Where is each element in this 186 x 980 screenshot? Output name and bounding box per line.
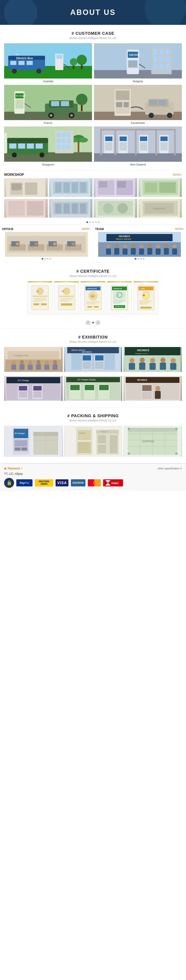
other-spec-label: other specification ≡ [158, 467, 182, 470]
cert-item-4: CERTIFICATE ✓ APPROVED [107, 281, 132, 314]
workshop-dot-4[interactable] [95, 221, 97, 223]
office-dot-4[interactable] [50, 258, 51, 260]
svg-text:Wrapped: Wrapped [79, 432, 85, 434]
team-image: HICONICS 智能启动·智能充放 [95, 232, 184, 257]
svg-point-9 [12, 69, 17, 74]
svg-rect-88 [62, 138, 66, 143]
workshop-dot-5[interactable] [98, 221, 99, 223]
payment-label: ◆ Payment » [4, 467, 22, 470]
svg-rect-251 [11, 364, 16, 370]
workshop-dot-2[interactable] [89, 221, 91, 223]
lock-icon: 🔒 [4, 478, 14, 488]
team-dot-3[interactable] [140, 258, 142, 260]
svg-rect-194 [34, 298, 47, 298]
exhibition-grid-1: Exhibition Hall 智能启动·智能充放 HICONICS [0, 345, 186, 376]
cert-prev-btn[interactable]: ‹ [85, 320, 90, 325]
team-dot-1[interactable] [135, 258, 136, 260]
svg-rect-94 [94, 153, 182, 162]
exhib-img-4: EV Charge [4, 376, 63, 401]
svg-rect-33 [153, 64, 158, 69]
svg-point-254 [28, 361, 32, 364]
svg-text:TUV: TUV [90, 295, 94, 297]
office-dot-3[interactable] [47, 258, 49, 260]
svg-rect-139 [63, 204, 69, 213]
workshop-img-5 [4, 199, 48, 218]
workshop-dot-1[interactable] [87, 221, 88, 223]
diamond-icon: ◆ [4, 467, 6, 470]
svg-rect-290 [6, 377, 60, 383]
team-dot-4[interactable] [143, 258, 145, 260]
svg-rect-187 [164, 248, 169, 255]
office-section: OFFICE MORE+ [0, 225, 93, 261]
svg-rect-219 [87, 304, 96, 304]
office-title: OFFICE [2, 227, 13, 231]
svg-rect-116 [11, 183, 22, 190]
svg-rect-12 [56, 55, 62, 59]
svg-rect-314 [142, 392, 152, 399]
svg-rect-115 [25, 182, 37, 195]
team-title: TEAM [95, 227, 104, 231]
packing-subtitle: Wuhan Hiconics Intelligent Electric Co.,… [0, 419, 186, 422]
svg-rect-131 [145, 182, 157, 193]
svg-rect-229 [113, 300, 126, 300]
svg-text:✓: ✓ [118, 294, 119, 296]
svg-rect-243 [139, 303, 149, 303]
cert-next-btn[interactable]: › [96, 320, 101, 325]
svg-rect-305 [85, 385, 94, 390]
svg-rect-303 [70, 385, 80, 390]
svg-point-286 [171, 358, 176, 363]
svg-rect-98 [115, 129, 116, 155]
svg-rect-108 [140, 137, 147, 141]
svg-rect-141 [80, 204, 86, 213]
svg-rect-105 [120, 137, 127, 141]
office-more[interactable]: MORE+ [82, 228, 91, 231]
paypal-text2: Pal [25, 481, 29, 485]
svg-rect-268 [83, 355, 91, 361]
team-dot-2[interactable] [137, 258, 139, 260]
case-image-france: EV Charger [4, 85, 92, 120]
svg-rect-109 [140, 142, 147, 151]
svg-point-280 [140, 358, 145, 363]
svg-point-178 [164, 244, 169, 248]
svg-rect-27 [153, 50, 158, 55]
svg-rect-283 [150, 363, 156, 370]
svg-text:★: ★ [143, 294, 145, 297]
svg-text:CERT.: CERT. [141, 288, 145, 290]
svg-rect-350 [110, 435, 117, 453]
svg-rect-310 [126, 377, 180, 383]
svg-rect-322 [15, 440, 27, 446]
exhibition-section: # EXHIBITION Wuhan Hiconics Intelligent … [0, 329, 186, 345]
svg-rect-31 [159, 57, 164, 62]
svg-rect-90 [57, 145, 61, 149]
svg-rect-87 [57, 138, 61, 143]
svg-point-174 [131, 244, 136, 248]
packing-section: # PACKING & SHIPPING Wuhan Hiconics Inte… [0, 407, 186, 424]
svg-text:HICONICS: HICONICS [82, 351, 92, 353]
svg-rect-184 [139, 248, 144, 255]
workshop-dot-3[interactable] [92, 221, 94, 223]
exhib-img-5: EV Charger Display [64, 376, 122, 401]
svg-rect-8 [27, 61, 33, 65]
payment-chevron: » [21, 467, 22, 470]
office-dot-2[interactable] [44, 258, 46, 260]
svg-rect-122 [72, 182, 78, 193]
workshop-img-2 [49, 178, 93, 197]
svg-rect-230 [113, 301, 126, 301]
svg-rect-185 [147, 248, 152, 255]
office-dot-1[interactable] [41, 258, 43, 260]
cert-dot-1[interactable] [92, 322, 94, 323]
svg-point-175 [139, 244, 143, 248]
exhibition-subtitle: Wuhan Hiconics Intelligent Electric Co.,… [0, 340, 186, 343]
svg-rect-59 [116, 102, 122, 107]
team-more[interactable]: MORE+ [175, 228, 184, 231]
svg-rect-181 [114, 248, 119, 255]
case-label-australia: Australia [43, 80, 53, 83]
packing-img-3: SHIPPING [123, 426, 182, 457]
svg-point-172 [115, 244, 119, 248]
workshop-more[interactable]: MORE+ [173, 173, 182, 176]
svg-point-284 [161, 358, 166, 363]
svg-rect-29 [166, 50, 170, 55]
svg-rect-271 [95, 355, 103, 361]
svg-rect-332 [77, 430, 91, 440]
western-union-logo: WESTERN UNION [35, 479, 53, 487]
